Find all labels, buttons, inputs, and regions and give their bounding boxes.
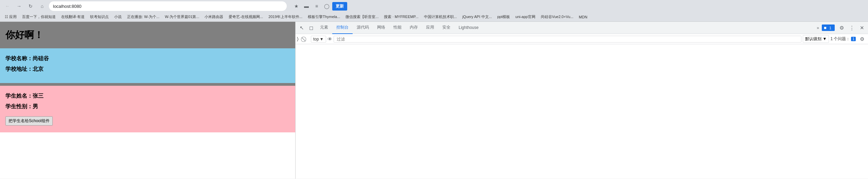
bookmark-world[interactable]: W-为个世界篇01第... xyxy=(163,14,201,20)
bookmark-jquery[interactable]: jQuery API 中文... xyxy=(460,14,494,20)
bookmark-myfreemp[interactable]: 搜索 · MYFREEMP... xyxy=(382,14,420,20)
tab-network[interactable]: 网络 xyxy=(373,22,389,34)
update-button[interactable]: 更新 xyxy=(332,2,347,11)
bookmark-uniapp[interactable]: uni-app官网 xyxy=(513,14,537,20)
bookmark-novel[interactable]: 小说 xyxy=(112,14,124,20)
inspect-element-button[interactable]: ↖ xyxy=(297,23,306,33)
browser-right-icons: ★ ▬ ≡ ◯ 更新 xyxy=(291,1,347,11)
tab-console[interactable]: 控制台 xyxy=(332,22,353,34)
bookmark-router[interactable]: 小米路由器 xyxy=(202,14,225,20)
page-greeting-text: 你好啊！ xyxy=(5,29,290,42)
console-filter-input[interactable] xyxy=(334,36,802,43)
chevron-down-icon: ▼ xyxy=(320,37,324,42)
tab-security[interactable]: 安全 xyxy=(438,22,455,34)
console-issue-count: 1 个问题： 1 xyxy=(830,36,856,42)
tab-lighthouse[interactable]: Lighthouse xyxy=(455,22,483,34)
bookmark-iqiyi[interactable]: 爱奇艺-在线视频网... xyxy=(227,14,265,20)
devtools-close-button[interactable]: ✕ xyxy=(857,23,867,33)
apps-icon: ☷ xyxy=(5,15,8,19)
console-context-selector[interactable]: top ▼ xyxy=(311,36,326,43)
device-toggle-button[interactable]: ◻ xyxy=(306,23,316,33)
page-divider xyxy=(0,83,295,86)
school-address-text: 学校地址：北京 xyxy=(5,66,290,73)
tab-sources[interactable]: 源代码 xyxy=(353,22,373,34)
home-button[interactable]: ⌂ xyxy=(37,1,47,11)
refresh-button[interactable]: ↻ xyxy=(26,1,35,11)
issue-count-badge: 1 xyxy=(851,37,856,41)
bookmark-ppt[interactable]: ppt模板 xyxy=(495,14,512,20)
address-bar[interactable] xyxy=(49,1,287,11)
more-tabs-button[interactable]: » xyxy=(814,26,822,30)
devtools-content xyxy=(296,44,868,179)
bookmark-2019[interactable]: 2019年上半年软件... xyxy=(266,14,304,20)
student-name-text: 学生姓名：张三 xyxy=(5,93,290,100)
bookmark-star-button[interactable]: ★ xyxy=(291,1,301,11)
tab-memory[interactable]: 内存 xyxy=(406,22,422,34)
bookmark-mdn[interactable]: MDN xyxy=(577,14,589,20)
bookmark-translate[interactable]: 在线翻译·有道 xyxy=(59,14,87,20)
browser-titlebar: ← → ↻ ⌂ ★ ▬ ≡ ◯ 更新 xyxy=(0,0,868,12)
bookmark-wechat[interactable]: 微信搜索【听音室... xyxy=(343,14,380,20)
school-name-text: 学校名称：尚硅谷 xyxy=(5,55,290,62)
message-badge: ■ 1 xyxy=(822,25,835,31)
devtools-console-bar: 〉 ⃠ top ▼ 👁 默认级别 ▼ 1 个问题： 1 ⚙ xyxy=(296,34,868,44)
devtools-panel: ↖ ◻ 元素 控制台 源代码 网络 性能 内存 应用 安全 Lighthouse… xyxy=(296,22,868,179)
bookmark-exam[interactable]: 软考知识点 xyxy=(88,14,111,20)
extension-button[interactable]: ▬ xyxy=(302,1,311,11)
main-area: 你好啊！ 学校名称：尚硅谷 学校地址：北京 学生姓名：张三 学生性别：男 把学生… xyxy=(0,22,868,179)
bookmark-vue[interactable]: 尚硅谷Vue2.0+Vu... xyxy=(539,14,575,20)
devtools-toolbar: ↖ ◻ 元素 控制台 源代码 网络 性能 内存 应用 安全 Lighthouse… xyxy=(296,22,868,34)
profile-button[interactable]: ◯ xyxy=(322,1,332,11)
menu-button[interactable]: ≡ xyxy=(312,1,321,11)
bookmark-playing[interactable]: 正在播放: W-为个... xyxy=(125,14,161,20)
devtools-right-icons: ■ 1 ⚙ ⋮ ✕ xyxy=(822,23,867,33)
page-student-section: 学生姓名：张三 学生性别：男 把学生名给School组件 xyxy=(0,86,295,132)
forward-button[interactable]: → xyxy=(14,1,24,11)
console-level-selector[interactable]: 默认级别 ▼ xyxy=(803,35,829,43)
devtools-settings-button[interactable]: ⚙ xyxy=(837,23,846,33)
page-school-section: 学校名称：尚硅谷 学校地址：北京 xyxy=(0,48,295,83)
bookmarks-bar: ☷ 应用 百度一下，你就知道 在线翻译·有道 软考知识点 小说 正在播放: W-… xyxy=(0,12,868,22)
bookmark-ccf[interactable]: 中国计算机技术职... xyxy=(422,14,459,20)
console-settings-button[interactable]: ⚙ xyxy=(857,34,867,44)
bookmark-baidu[interactable]: 百度一下，你就知道 xyxy=(20,14,58,20)
console-chevron[interactable]: 〉 xyxy=(297,36,299,42)
tab-performance[interactable]: 性能 xyxy=(389,22,406,34)
console-ban-button[interactable]: ⃠ xyxy=(300,34,309,44)
page-greeting-section: 你好啊！ xyxy=(0,22,295,48)
console-eye-button[interactable]: 👁 xyxy=(327,36,332,42)
browser-chrome: ← → ↻ ⌂ ★ ▬ ≡ ◯ 更新 ☷ 应用 百度一下，你就知道 在线翻译·有… xyxy=(0,0,868,22)
pass-student-button[interactable]: 把学生名给School组件 xyxy=(5,116,53,126)
devtools-tabs: 元素 控制台 源代码 网络 性能 内存 应用 安全 Lighthouse xyxy=(316,22,814,34)
bookmark-thymeleaf[interactable]: 模板引擎Thymela... xyxy=(306,14,342,20)
back-button[interactable]: ← xyxy=(3,1,12,11)
devtools-more-options-button[interactable]: ⋮ xyxy=(847,23,856,33)
webpage-panel: 你好啊！ 学校名称：尚硅谷 学校地址：北京 学生姓名：张三 学生性别：男 把学生… xyxy=(0,22,296,179)
tab-application[interactable]: 应用 xyxy=(422,22,438,34)
tab-elements[interactable]: 元素 xyxy=(316,22,332,34)
student-gender-text: 学生性别：男 xyxy=(5,103,290,110)
bookmark-apps[interactable]: ☷ 应用 xyxy=(3,14,19,20)
